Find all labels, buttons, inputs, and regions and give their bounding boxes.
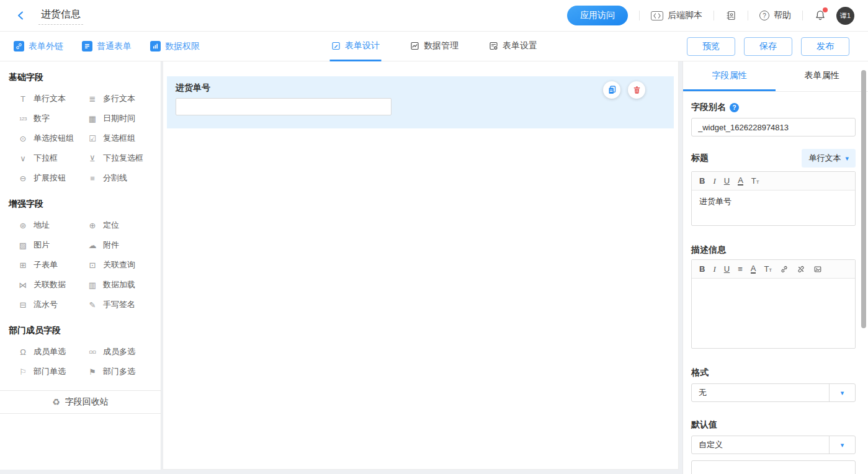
data-permission-icon	[150, 41, 161, 51]
title-type-dropdown[interactable]: 单行文本 ▾	[802, 149, 856, 168]
field-item-linked-data[interactable]: ⋈关联数据	[17, 275, 87, 295]
field-item-subform[interactable]: ⊞子表单	[17, 255, 87, 275]
publish-button[interactable]: 发布	[801, 37, 849, 56]
selected-field-block[interactable]: 进货单号	[167, 76, 674, 128]
field-recycle-bin-button[interactable]: ♻ 字段回收站	[0, 390, 161, 414]
title-editor-content[interactable]: 进货单号	[692, 190, 855, 225]
field-item-radio-group[interactable]: ⊙单选按钮组	[17, 128, 87, 148]
field-item-data-load[interactable]: ▥数据加载	[87, 275, 156, 295]
tab-data-manage[interactable]: 数据管理	[408, 32, 460, 61]
tab-field-properties[interactable]: 字段属性	[683, 61, 776, 91]
bold-button[interactable]: B	[699, 265, 705, 273]
insert-link-icon[interactable]	[780, 265, 789, 274]
app-access-button[interactable]: 应用访问	[567, 6, 628, 25]
tab-form-design[interactable]: 表单设计	[329, 32, 381, 61]
font-size-button[interactable]: TT	[751, 177, 759, 185]
field-item-signature[interactable]: ✎手写签名	[87, 295, 156, 315]
form-toolbar: 表单外链 普通表单 数据权限	[0, 32, 868, 61]
italic-button[interactable]: I	[713, 265, 715, 273]
tab-data-manage-label: 数据管理	[424, 40, 459, 51]
form-external-link-label: 表单外链	[29, 41, 63, 52]
field-text-input[interactable]	[176, 98, 391, 115]
form-external-link-button[interactable]: 表单外链	[14, 41, 63, 52]
field-item-serial-number[interactable]: ⊟流水号	[17, 295, 87, 315]
bold-button[interactable]: B	[699, 177, 705, 185]
contact-book-icon[interactable]	[725, 10, 736, 21]
dept-single-icon: ⚐	[17, 367, 29, 377]
help-button[interactable]: ? 帮助	[759, 10, 791, 21]
data-permission-label: 数据权限	[165, 41, 200, 52]
calendar-icon: ▦	[87, 114, 98, 123]
link-icon	[14, 41, 24, 51]
delete-field-button[interactable]	[628, 81, 645, 99]
field-item-attachment[interactable]: ☁附件	[87, 235, 156, 255]
tab-form-settings[interactable]: 表单设置	[487, 32, 539, 61]
description-editor-content[interactable]	[692, 279, 855, 348]
copy-icon	[607, 85, 617, 95]
data-load-icon: ▥	[87, 280, 98, 290]
field-item-member-single[interactable]: Ω成员单选	[17, 342, 87, 362]
help-label: 帮助	[774, 10, 791, 21]
panel-scrollbar[interactable]	[861, 70, 866, 328]
dept-multi-icon: ⚑	[87, 367, 98, 377]
linked-data-icon: ⋈	[17, 280, 29, 290]
align-button[interactable]: ≡	[738, 265, 743, 273]
field-label: 进货单号	[176, 83, 665, 94]
backend-script-button[interactable]: 后端脚本	[651, 10, 702, 21]
field-item-dept-single[interactable]: ⚐部门单选	[17, 362, 87, 382]
preview-button[interactable]: 预览	[687, 37, 735, 56]
section-title-dept-member-fields: 部门成员字段	[0, 315, 161, 342]
page-title[interactable]: 进货信息	[38, 7, 83, 25]
underline-button[interactable]: U	[724, 265, 730, 273]
form-paper[interactable]: 进货单号	[163, 61, 679, 470]
field-item-number[interactable]: 123数字	[17, 109, 87, 128]
font-color-button[interactable]: A	[738, 176, 743, 186]
field-item-multi-line-text[interactable]: ≣多行文本	[87, 89, 156, 109]
notification-bell-icon[interactable]	[814, 9, 826, 22]
title-type-value: 单行文本	[808, 153, 841, 164]
italic-button[interactable]: I	[713, 177, 715, 185]
tab-form-settings-label: 表单设置	[503, 40, 537, 51]
font-color-button[interactable]: A	[751, 264, 756, 274]
field-item-location[interactable]: ⊕定位	[87, 215, 156, 235]
radio-icon: ⊙	[17, 134, 29, 143]
field-item-divider-line[interactable]: ≡分割线	[87, 168, 156, 188]
copy-field-button[interactable]	[603, 81, 620, 99]
divider	[639, 11, 640, 20]
tab-form-properties[interactable]: 表单属性	[776, 61, 868, 91]
linked-query-icon: ⊡	[87, 261, 98, 270]
field-item-linked-query[interactable]: ⊡关联查询	[87, 255, 156, 275]
field-item-extend-button[interactable]: ⊖扩展按钮	[17, 168, 87, 188]
serial-number-icon: ⊟	[17, 300, 29, 310]
field-item-datetime[interactable]: ▦日期时间	[87, 109, 156, 128]
field-item-dept-multi[interactable]: ⚑部门多选	[87, 362, 156, 382]
field-library-sidebar: 基础字段 T单行文本 ≣多行文本 123数字 ▦日期时间 ⊙单选按钮组 ☑复选框…	[0, 61, 161, 470]
field-alias-label: 字段别名	[691, 102, 726, 113]
format-select[interactable]: 无 ▾	[691, 383, 856, 402]
field-item-address[interactable]: ⊚地址	[17, 215, 87, 235]
font-size-button[interactable]: TT	[764, 265, 772, 273]
underline-button[interactable]: U	[724, 177, 730, 185]
field-item-member-multi[interactable]: ΩΩ成员多选	[87, 342, 156, 362]
field-item-multi-dropdown[interactable]: ⊻下拉复选框	[87, 148, 156, 168]
subform-icon: ⊞	[17, 261, 29, 270]
default-custom-input[interactable]	[691, 460, 856, 474]
default-value-label: 默认值	[691, 419, 856, 431]
field-item-dropdown[interactable]: ∨下拉框	[17, 148, 87, 168]
default-value: 自定义	[692, 436, 829, 454]
backend-script-label: 后端脚本	[668, 10, 702, 21]
field-item-image[interactable]: ▨图片	[17, 235, 87, 255]
back-icon[interactable]	[14, 8, 29, 23]
default-value-select[interactable]: 自定义 ▾	[691, 436, 856, 454]
help-icon[interactable]: ?	[730, 103, 739, 112]
field-item-checkbox-group[interactable]: ☑复选框组	[87, 128, 156, 148]
insert-image-icon[interactable]	[813, 265, 822, 274]
normal-form-button[interactable]: 普通表单	[82, 41, 132, 52]
field-alias-input[interactable]	[691, 118, 856, 136]
remove-link-icon[interactable]	[797, 265, 805, 274]
save-button[interactable]: 保存	[744, 37, 792, 56]
avatar[interactable]: 谭1	[836, 7, 854, 25]
app-header: 进货信息 应用访问 后端脚本 ? 帮助	[0, 0, 868, 32]
data-permission-button[interactable]: 数据权限	[150, 41, 200, 52]
field-item-single-line-text[interactable]: T单行文本	[17, 89, 87, 109]
